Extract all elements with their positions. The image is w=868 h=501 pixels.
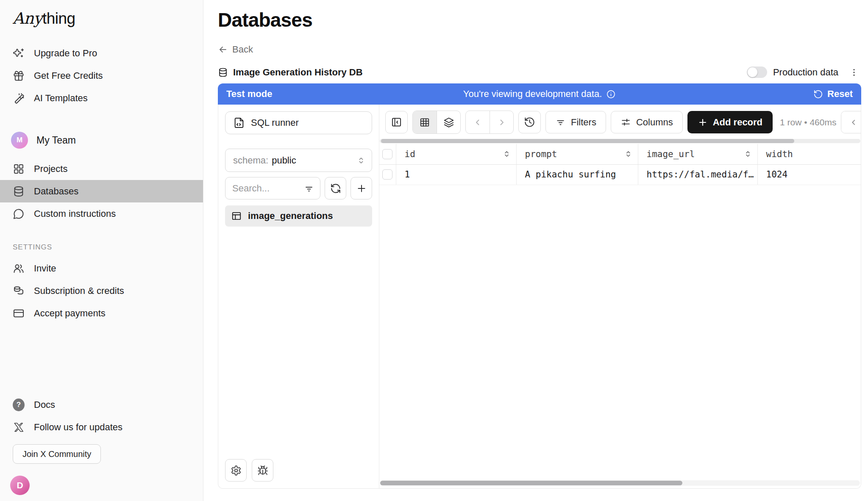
next-row-button[interactable] <box>490 111 513 133</box>
filters-button[interactable]: Filters <box>545 111 606 133</box>
view-mode-segment <box>412 111 461 134</box>
grid-view-button[interactable] <box>413 111 437 133</box>
production-data-toggle[interactable] <box>747 66 767 78</box>
credit-card-icon <box>13 307 25 319</box>
reset-icon <box>813 89 823 99</box>
sidebar-item-label: Docs <box>34 399 55 410</box>
table-toolbar: Filters Columns Add record 1 <box>379 105 861 134</box>
horizontal-scrollbar-top[interactable] <box>380 139 860 143</box>
table-row[interactable]: 1 A pikachu surfing https://fal.media/fi… <box>379 164 861 185</box>
cell-id[interactable]: 1 <box>396 164 516 185</box>
banner-message: You're viewing development data. <box>463 89 602 100</box>
chevron-updown-icon <box>356 156 366 165</box>
sidebar-item-label: Databases <box>34 186 78 197</box>
sparkles-icon <box>13 47 25 59</box>
sidebar-item-docs[interactable]: ? Docs <box>0 393 203 416</box>
table-view-panel: Filters Columns Add record 1 <box>379 105 861 488</box>
sort-icon[interactable] <box>503 150 510 158</box>
reset-button[interactable]: Reset <box>813 89 853 100</box>
sql-runner-button[interactable]: SQL runner <box>225 111 372 134</box>
history-button[interactable] <box>518 111 541 133</box>
scrollbar-thumb[interactable] <box>381 139 794 143</box>
team-avatar: M <box>11 132 28 149</box>
kebab-menu-icon[interactable] <box>847 68 861 77</box>
database-card: Test mode You're viewing development dat… <box>218 83 861 489</box>
join-x-community-button[interactable]: Join X Community <box>13 444 101 464</box>
main-content: Databases Back Image Generation History … <box>204 0 868 501</box>
layers-view-button[interactable] <box>437 111 460 133</box>
debug-bug-button[interactable] <box>252 459 273 482</box>
prev-row-button[interactable] <box>466 111 490 133</box>
sidebar-item-label: Follow us for updates <box>34 422 122 433</box>
schema-select[interactable]: schema: public <box>225 149 372 172</box>
table-search <box>225 177 320 199</box>
column-header-image-url[interactable]: image_url <box>638 144 757 164</box>
horizontal-scrollbar-bottom[interactable] <box>380 480 860 486</box>
refresh-button[interactable] <box>325 177 346 199</box>
sort-icon[interactable] <box>744 150 751 158</box>
sidebar-item-get-free-credits[interactable]: Get Free Credits <box>0 64 203 87</box>
column-header-id[interactable]: id <box>396 144 516 164</box>
wand-icon <box>13 92 25 104</box>
database-title: Image Generation History DB <box>218 67 363 78</box>
info-icon[interactable] <box>606 89 616 99</box>
sidebar-item-upgrade-to-pro[interactable]: Upgrade to Pro <box>0 42 203 64</box>
settings-heading: SETTINGS <box>0 238 203 257</box>
cell-image-url[interactable]: https://fal.media/file… <box>638 164 757 185</box>
sidebar: Anything Upgrade to Pro Get Free Credits… <box>0 0 203 501</box>
database-name: Image Generation History DB <box>233 67 363 78</box>
column-header-width[interactable]: width <box>757 144 861 164</box>
x-logo-icon <box>13 422 25 433</box>
sidebar-item-ai-templates[interactable]: AI Templates <box>0 87 203 109</box>
sidebar-item-label: Custom instructions <box>34 208 116 219</box>
user-avatar[interactable]: D <box>10 476 30 495</box>
gift-icon <box>13 70 25 82</box>
select-all-checkbox[interactable] <box>382 149 392 159</box>
back-link[interactable]: Back <box>218 44 253 55</box>
row-nav-segment <box>465 111 514 134</box>
column-header-prompt[interactable]: prompt <box>516 144 638 164</box>
chat-bubble-icon <box>13 208 25 220</box>
page-title: Databases <box>218 8 868 31</box>
collapse-panel-button[interactable] <box>385 111 408 133</box>
back-label: Back <box>232 44 253 55</box>
sidebar-item-label: Projects <box>34 163 67 174</box>
settings-gear-button[interactable] <box>225 459 247 482</box>
team-name: My Team <box>36 135 76 146</box>
sidebar-item-custom-instructions[interactable]: Custom instructions <box>0 202 203 225</box>
row-checkbox[interactable] <box>382 169 392 180</box>
database-small-icon <box>218 67 228 78</box>
cell-prompt[interactable]: A pikachu surfing <box>516 164 638 185</box>
sidebar-item-follow-updates[interactable]: Follow us for updates <box>0 416 203 438</box>
filter-lines-icon[interactable] <box>304 183 314 194</box>
schema-panel: SQL runner schema: public <box>218 105 379 488</box>
sidebar-item-label: Invite <box>34 263 56 274</box>
plus-icon <box>698 117 708 127</box>
sidebar-item-projects[interactable]: Projects <box>0 158 203 180</box>
sort-icon[interactable] <box>625 150 632 158</box>
grid-icon <box>13 163 25 175</box>
cell-width[interactable]: 1024 <box>757 164 861 185</box>
team-switcher[interactable]: M My Team <box>0 127 203 153</box>
row-stats: 1 row • 460ms <box>780 117 836 127</box>
pagination-control: 50 0 <box>841 111 861 133</box>
sidebar-item-accept-payments[interactable]: Accept payments <box>0 302 203 324</box>
coins-icon <box>13 285 25 297</box>
toggle-knob <box>748 67 757 77</box>
search-input[interactable] <box>232 183 304 194</box>
page-prev-button[interactable] <box>841 111 861 133</box>
table-name: image_generations <box>248 210 333 221</box>
scrollbar-thumb[interactable] <box>380 481 682 485</box>
columns-button[interactable]: Columns <box>611 111 683 133</box>
sliders-icon <box>620 117 631 127</box>
sidebar-item-subscription-credits[interactable]: Subscription & credits <box>0 280 203 302</box>
production-data-label: Production data <box>773 67 838 78</box>
database-icon <box>13 185 25 197</box>
schema-value: public <box>272 155 296 166</box>
add-record-button[interactable]: Add record <box>687 111 773 133</box>
sidebar-item-databases[interactable]: Databases <box>0 180 203 202</box>
table-list-item-image-generations[interactable]: image_generations <box>225 205 372 227</box>
sidebar-item-invite[interactable]: Invite <box>0 257 203 280</box>
add-table-button[interactable] <box>351 177 372 199</box>
data-table: id prompt image_url <box>379 144 861 185</box>
